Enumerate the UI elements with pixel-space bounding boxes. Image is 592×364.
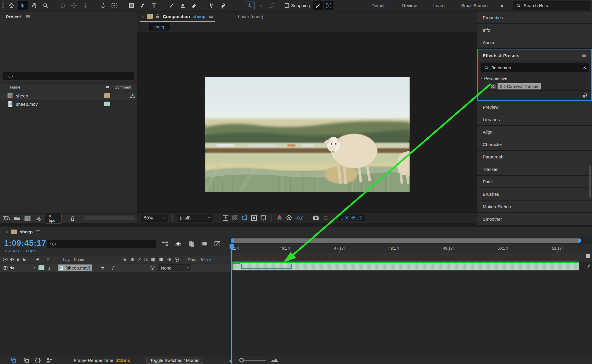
bit-depth-button[interactable]: 8 bpc: [45, 213, 62, 224]
collapse-switch-icon[interactable]: [130, 256, 135, 263]
layer-eye-icon[interactable]: [2, 264, 8, 272]
panel-info[interactable]: Info: [477, 24, 592, 36]
viewer-timecode[interactable]: 1:09:45:17: [338, 214, 365, 221]
dolly-tool[interactable]: [80, 1, 90, 10]
sidebar-scrollbar[interactable]: [589, 166, 591, 198]
workspace-review[interactable]: Review: [394, 3, 424, 8]
pen-tool[interactable]: [138, 1, 148, 10]
close-icon[interactable]: ×: [142, 14, 144, 19]
effects-search-input[interactable]: [492, 65, 581, 70]
solo-column-icon[interactable]: [15, 256, 21, 263]
threed-switch-icon[interactable]: [174, 256, 179, 263]
flowchart-icon[interactable]: [129, 92, 136, 100]
workspace-small-screen[interactable]: Small Screen: [453, 3, 495, 8]
help-search[interactable]: [513, 1, 590, 10]
eye-column-icon[interactable]: [2, 256, 8, 263]
workspace-overflow-chevron[interactable]: »: [497, 3, 507, 8]
world-axis-mode[interactable]: [256, 1, 266, 10]
layer-label-swatch[interactable]: [38, 265, 44, 270]
layer-shy-icon[interactable]: [100, 264, 105, 272]
category-perspective[interactable]: ∨ Perspective: [478, 74, 591, 82]
timeline-search-input[interactable]: [56, 242, 153, 246]
label-swatch[interactable]: [104, 102, 110, 106]
panel-libraries[interactable]: Libraries: [477, 113, 592, 126]
panel-align[interactable]: Align: [477, 126, 592, 138]
layer-audio-icon[interactable]: [8, 264, 15, 272]
frame-blend-switch-icon[interactable]: [151, 256, 155, 263]
selection-tool[interactable]: [18, 1, 28, 10]
snap-along-edges-button[interactable]: [313, 1, 323, 10]
zoom-tool[interactable]: [40, 1, 50, 10]
graph-editor-icon[interactable]: [214, 240, 221, 248]
snapping-control[interactable]: Snapping: [285, 3, 310, 8]
composition-stage[interactable]: [137, 32, 477, 212]
project-columns-header[interactable]: Name Comment: [0, 83, 137, 91]
label-swatch[interactable]: [104, 93, 110, 98]
effects-menu-icon[interactable]: [582, 54, 586, 57]
unified-camera-tool[interactable]: [109, 1, 119, 10]
trash-icon[interactable]: [69, 214, 76, 222]
home-tool[interactable]: [7, 1, 17, 10]
effects-panel-title[interactable]: Effects & Presets: [483, 53, 519, 58]
label-column-icon[interactable]: [105, 84, 110, 90]
composition-image[interactable]: [205, 77, 410, 192]
zoom-in-mountains-icon[interactable]: [270, 356, 279, 364]
fast-previews-icon[interactable]: [222, 214, 229, 222]
project-tab[interactable]: Project: [6, 14, 21, 19]
show-snapshot-icon[interactable]: [322, 214, 329, 222]
interpret-footage-icon[interactable]: [2, 214, 10, 222]
snapshot-icon[interactable]: [312, 214, 320, 222]
blend-modes-icon[interactable]: [23, 356, 30, 364]
layer-name-chip[interactable]: [sheep.mov]: [58, 264, 92, 271]
timeline-zoom-slider[interactable]: [239, 360, 266, 361]
author-icon[interactable]: [45, 356, 53, 364]
project-item-sheep[interactable]: sheep: [0, 92, 137, 100]
breadcrumb-comp[interactable]: sheep: [149, 23, 170, 31]
panel-properties[interactable]: Properties: [477, 12, 592, 24]
column-name[interactable]: Name: [10, 85, 20, 89]
shy-switch-icon[interactable]: [122, 256, 127, 263]
timeline-search[interactable]: ▾: [47, 240, 156, 248]
channels-icon[interactable]: [276, 214, 283, 222]
toolbar-grip[interactable]: [2, 1, 4, 10]
layer-quality-switch[interactable]: /: [112, 264, 114, 271]
panel-smoother[interactable]: Smoother: [477, 213, 592, 225]
panel-brushes[interactable]: Brushes: [477, 188, 592, 201]
layer-duration-bar[interactable]: [232, 263, 579, 270]
current-timecode[interactable]: 1:09:45:17: [4, 239, 46, 248]
item-name[interactable]: sheep.mov: [16, 102, 38, 107]
new-composition-icon[interactable]: [24, 214, 31, 222]
new-folder-icon[interactable]: [13, 214, 21, 222]
effect-3d-camera-tracker[interactable]: 32 3D Camera Tracker: [478, 82, 591, 90]
panel-paint[interactable]: Paint: [477, 176, 592, 188]
motion-blur-switch-icon[interactable]: [158, 256, 164, 263]
trim-handle[interactable]: [233, 263, 240, 269]
frame-blending-icon[interactable]: [187, 240, 195, 248]
exposure-value[interactable]: +0,0: [295, 215, 304, 220]
project-search-input[interactable]: [15, 74, 131, 78]
workspace-default[interactable]: Default: [364, 3, 393, 8]
panel-paragraph[interactable]: Paragraph: [477, 151, 592, 163]
snap-to-features-button[interactable]: [324, 1, 333, 10]
timeline-menu-icon[interactable]: [36, 230, 40, 233]
rotation-tool[interactable]: [98, 1, 108, 10]
roi-icon[interactable]: [240, 214, 248, 222]
project-item-sheep-mov[interactable]: sheep.mov: [0, 100, 137, 108]
lock-column-icon[interactable]: [21, 256, 27, 263]
local-axis-mode[interactable]: [245, 1, 255, 10]
panel-preview[interactable]: Preview: [477, 101, 592, 113]
mask-visibility-icon[interactable]: [250, 214, 258, 222]
motion-blur-icon[interactable]: [200, 240, 208, 248]
view-axis-mode[interactable]: [267, 1, 277, 10]
unlock-icon[interactable]: [155, 14, 160, 19]
timeline-ruler[interactable]: 45:17f 46:17f 47:17f 48:17f 49:17f 50:17…: [230, 244, 592, 253]
clone-stamp-tool[interactable]: [178, 1, 188, 10]
magnification-dropdown[interactable]: 50%˅: [141, 214, 168, 222]
column-layer-name[interactable]: Layer Name: [63, 257, 84, 262]
zoom-slider-knob[interactable]: [239, 358, 244, 363]
audio-column-icon[interactable]: [8, 256, 15, 263]
clear-search-icon[interactable]: ×: [583, 65, 586, 71]
roto-brush-tool[interactable]: [206, 1, 216, 10]
quality-switch-icon[interactable]: [137, 256, 142, 263]
transparency-grid-icon[interactable]: [231, 214, 239, 222]
